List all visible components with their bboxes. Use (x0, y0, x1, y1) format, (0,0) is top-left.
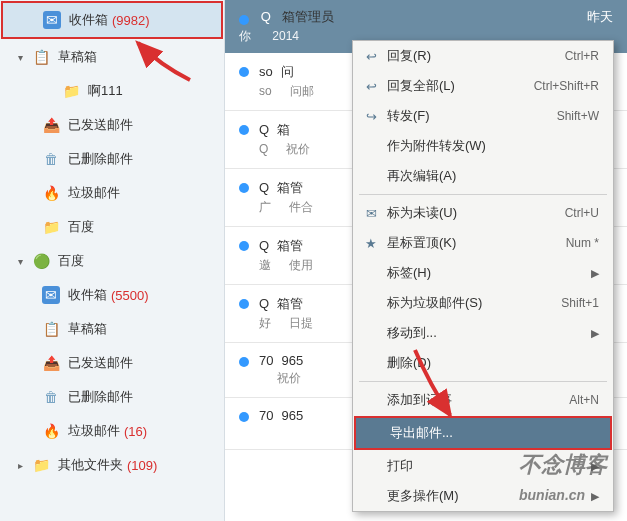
menu-item[interactable]: 标签(H)▶ (353, 258, 613, 288)
trash-icon: 🗑 (42, 388, 60, 406)
submenu-arrow-icon: ▶ (591, 267, 599, 280)
sidebar-count: (109) (127, 458, 157, 473)
sidebar-baidu-folder[interactable]: 📁 百度 (0, 210, 224, 244)
menu-label: 导出邮件... (390, 424, 453, 442)
mail-title: 965 (281, 353, 303, 368)
mail-title: 箱管 (277, 238, 303, 253)
spam-icon: 🔥 (42, 184, 60, 202)
sidebar-deleted-2[interactable]: 🗑 已删除邮件 (0, 380, 224, 414)
mail-title: 问 (281, 64, 294, 79)
sidebar-label: 已发送邮件 (68, 354, 133, 372)
sidebar-inbox-2[interactable]: ✉ 收件箱 (5500) (0, 278, 224, 312)
sidebar-label: 其他文件夹 (58, 456, 123, 474)
mail-from: Q (259, 296, 269, 311)
mail-sub-from: 广 (259, 200, 271, 214)
menu-label: 作为附件转发(W) (387, 137, 486, 155)
mail-sub-title: 件合 (289, 200, 313, 214)
sidebar-label: 垃圾邮件 (68, 184, 120, 202)
folder-icon: 📁 (62, 82, 80, 100)
menu-label: 移动到... (387, 324, 437, 342)
menu-shortcut: Num * (566, 236, 599, 250)
menu-shortcut: Shift+1 (561, 296, 599, 310)
collapse-icon[interactable]: ▾ (18, 52, 30, 63)
mail-sub-title: 问邮 (290, 84, 314, 98)
menu-item[interactable]: ↩回复全部(L)Ctrl+Shift+R (353, 71, 613, 101)
menu-item[interactable]: ✉标为未读(U)Ctrl+U (353, 198, 613, 228)
menu-label: 回复(R) (387, 47, 431, 65)
folder-icon: 📁 (42, 218, 60, 236)
header-title: 箱管理员 (282, 9, 334, 24)
sidebar-count: (16) (124, 424, 147, 439)
trash-icon: 🗑 (42, 150, 60, 168)
unread-dot-icon (239, 15, 249, 25)
expand-icon[interactable]: ▸ (18, 460, 30, 471)
collapse-icon[interactable]: ▾ (18, 256, 30, 267)
menu-item[interactable]: ★星标置顶(K)Num * (353, 228, 613, 258)
sidebar-spam-2[interactable]: 🔥 垃圾邮件 (16) (0, 414, 224, 448)
menu-label: 再次编辑(A) (387, 167, 456, 185)
menu-shortcut: Shift+W (557, 109, 599, 123)
inbox-icon: ✉ (42, 286, 60, 304)
menu-label: 标签(H) (387, 264, 431, 282)
sidebar-subfolder[interactable]: 📁 啊111 (0, 74, 224, 108)
unread-dot-icon (239, 125, 249, 135)
inbox-icon: ✉ (43, 11, 61, 29)
sidebar-label: 已删除邮件 (68, 388, 133, 406)
sidebar-account-baidu[interactable]: ▾ 🟢 百度 (0, 244, 224, 278)
mail-from: Q (259, 238, 269, 253)
sent-icon: 📤 (42, 116, 60, 134)
menu-label: 标为未读(U) (387, 204, 457, 222)
sidebar-inbox[interactable]: ✉ 收件箱 (9982) (1, 1, 223, 39)
mail-sub-from: 好 (259, 316, 271, 330)
menu-item[interactable]: ↪转发(F)Shift+W (353, 101, 613, 131)
menu-shortcut: Alt+N (569, 393, 599, 407)
sidebar-label: 收件箱 (69, 11, 108, 29)
sidebar-sent[interactable]: 📤 已发送邮件 (0, 108, 224, 142)
sidebar-spam[interactable]: 🔥 垃圾邮件 (0, 176, 224, 210)
sidebar-sent-2[interactable]: 📤 已发送邮件 (0, 346, 224, 380)
header-sub-from: 你 (239, 29, 251, 43)
menu-item[interactable]: 移动到...▶ (353, 318, 613, 348)
sidebar-other-folders[interactable]: ▸ 📁 其他文件夹 (109) (0, 448, 224, 482)
sidebar-count: (5500) (111, 288, 149, 303)
mail-sub-from: 邀 (259, 258, 271, 272)
mail-from: 70 (259, 353, 273, 368)
unread-dot-icon (239, 357, 249, 367)
sidebar-label: 草稿箱 (58, 48, 97, 66)
menu-separator (359, 194, 607, 195)
menu-label: 标为垃圾邮件(S) (387, 294, 482, 312)
sidebar-label: 百度 (58, 252, 84, 270)
mail-sub-from: so (259, 84, 272, 98)
mail-from: Q (259, 180, 269, 195)
menu-item[interactable]: 作为附件转发(W) (353, 131, 613, 161)
mail-sub-title: 祝价 (277, 371, 301, 385)
unread-dot-icon (239, 299, 249, 309)
mail-sub-title: 祝价 (286, 142, 310, 156)
menu-item[interactable]: 再次编辑(A) (353, 161, 613, 191)
menu-item[interactable]: 导出邮件... (354, 416, 612, 450)
mail-title: 965 (281, 408, 303, 423)
menu-icon: ★ (363, 236, 379, 251)
draft-icon: 📋 (32, 48, 50, 66)
unread-dot-icon (239, 241, 249, 251)
sidebar-label: 已删除邮件 (68, 150, 133, 168)
mail-sub-from: Q (259, 142, 268, 156)
sidebar-drafts[interactable]: ▾ 📋 草稿箱 (0, 40, 224, 74)
menu-shortcut: Ctrl+Shift+R (534, 79, 599, 93)
menu-item[interactable]: ↩回复(R)Ctrl+R (353, 41, 613, 71)
mail-from: 70 (259, 408, 273, 423)
menu-item[interactable]: 标为垃圾邮件(S)Shift+1 (353, 288, 613, 318)
mail-sub-title: 日提 (289, 316, 313, 330)
mail-from: so (259, 64, 273, 79)
menu-item[interactable]: 添加到记事Alt+N (353, 385, 613, 415)
menu-item[interactable]: 删除(D) (353, 348, 613, 378)
menu-icon: ↩ (363, 49, 379, 64)
menu-label: 转发(F) (387, 107, 430, 125)
menu-shortcut: Ctrl+R (565, 49, 599, 63)
submenu-arrow-icon: ▶ (591, 327, 599, 340)
sidebar-drafts-2[interactable]: 📋 草稿箱 (0, 312, 224, 346)
context-menu: ↩回复(R)Ctrl+R↩回复全部(L)Ctrl+Shift+R↪转发(F)Sh… (352, 40, 614, 512)
unread-dot-icon (239, 67, 249, 77)
sidebar-label: 百度 (68, 218, 94, 236)
sidebar-deleted[interactable]: 🗑 已删除邮件 (0, 142, 224, 176)
